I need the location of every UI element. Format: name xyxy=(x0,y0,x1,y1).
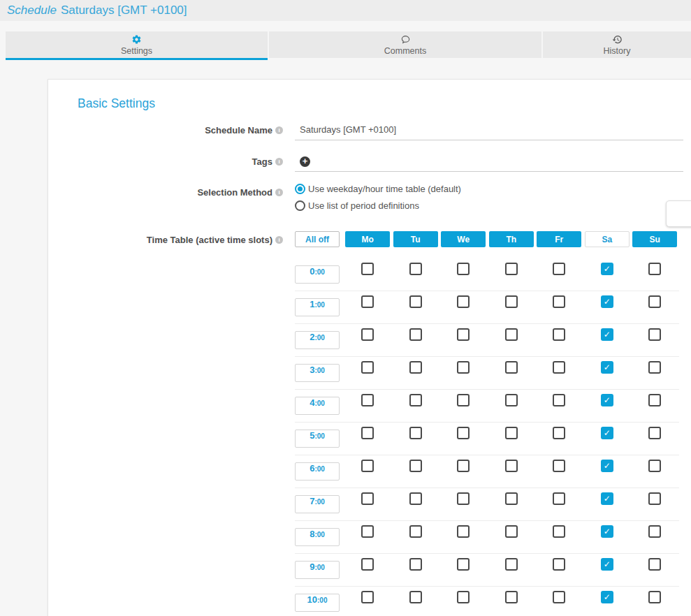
timeslot-checkbox-fr-7:00[interactable] xyxy=(553,492,565,505)
day-button-fr[interactable]: Fr xyxy=(537,231,581,247)
timeslot-checkbox-th-5:00[interactable] xyxy=(505,427,518,439)
info-icon[interactable]: i xyxy=(275,189,283,196)
timeslot-checkbox-fr-4:00[interactable] xyxy=(553,394,565,406)
timeslot-checkbox-we-2:00[interactable] xyxy=(457,328,470,341)
timeslot-checkbox-tu-4:00[interactable] xyxy=(409,394,422,406)
hour-button-2:00[interactable]: 2:00 xyxy=(295,331,340,349)
tab-history[interactable]: History xyxy=(543,31,691,58)
timeslot-checkbox-th-6:00[interactable] xyxy=(505,460,518,472)
timeslot-checkbox-fr-1:00[interactable] xyxy=(553,295,565,308)
hour-button-4:00[interactable]: 4:00 xyxy=(295,397,340,415)
radio-use-period-list[interactable]: Use list of period definitions xyxy=(295,200,691,211)
timeslot-checkbox-we-8:00[interactable] xyxy=(457,525,470,538)
timeslot-checkbox-su-0:00[interactable] xyxy=(648,263,661,275)
timeslot-checkbox-su-1:00[interactable] xyxy=(648,295,661,308)
timeslot-checkbox-su-3:00[interactable] xyxy=(648,361,661,374)
timeslot-checkbox-tu-10:00[interactable] xyxy=(409,591,422,603)
timeslot-checkbox-tu-7:00[interactable] xyxy=(409,492,422,505)
timeslot-checkbox-fr-9:00[interactable] xyxy=(553,558,565,571)
timeslot-checkbox-su-5:00[interactable] xyxy=(648,427,661,439)
tab-comments[interactable]: Comments xyxy=(269,31,541,58)
timeslot-checkbox-sa-4:00[interactable]: ✓ xyxy=(601,394,613,406)
timeslot-checkbox-th-0:00[interactable] xyxy=(505,263,518,275)
timeslot-checkbox-we-4:00[interactable] xyxy=(457,394,470,406)
timeslot-checkbox-th-1:00[interactable] xyxy=(505,295,518,308)
timeslot-checkbox-fr-10:00[interactable] xyxy=(553,591,565,603)
timeslot-checkbox-sa-3:00[interactable]: ✓ xyxy=(601,361,613,374)
timeslot-checkbox-tu-2:00[interactable] xyxy=(409,328,422,341)
timeslot-checkbox-th-7:00[interactable] xyxy=(505,492,518,505)
timeslot-checkbox-tu-1:00[interactable] xyxy=(409,295,422,308)
hour-button-6:00[interactable]: 6:00 xyxy=(295,462,340,481)
timeslot-checkbox-mo-5:00[interactable] xyxy=(361,427,374,439)
timeslot-checkbox-fr-6:00[interactable] xyxy=(553,460,565,472)
timeslot-checkbox-sa-1:00[interactable]: ✓ xyxy=(601,295,613,308)
timeslot-checkbox-mo-4:00[interactable] xyxy=(361,394,374,406)
timeslot-checkbox-fr-2:00[interactable] xyxy=(553,328,565,341)
timeslot-checkbox-mo-9:00[interactable] xyxy=(361,558,374,571)
hour-button-10:00[interactable]: 10:00 xyxy=(295,594,340,612)
timeslot-checkbox-th-10:00[interactable] xyxy=(505,591,518,603)
day-button-mo[interactable]: Mo xyxy=(345,231,390,247)
timeslot-checkbox-mo-8:00[interactable] xyxy=(361,525,374,538)
timeslot-checkbox-tu-3:00[interactable] xyxy=(409,361,422,374)
timeslot-checkbox-mo-1:00[interactable] xyxy=(361,295,374,308)
timeslot-checkbox-mo-7:00[interactable] xyxy=(361,492,374,505)
timeslot-checkbox-we-1:00[interactable] xyxy=(457,295,470,308)
day-button-su[interactable]: Su xyxy=(632,231,677,247)
timeslot-checkbox-su-6:00[interactable] xyxy=(648,460,661,472)
hour-button-7:00[interactable]: 7:00 xyxy=(295,495,340,513)
timeslot-checkbox-tu-9:00[interactable] xyxy=(409,558,422,571)
timeslot-checkbox-sa-8:00[interactable]: ✓ xyxy=(601,525,613,538)
timeslot-checkbox-th-4:00[interactable] xyxy=(505,394,518,406)
tags-input[interactable]: + xyxy=(295,153,683,172)
timeslot-checkbox-th-8:00[interactable] xyxy=(505,525,518,538)
timeslot-checkbox-sa-7:00[interactable]: ✓ xyxy=(601,492,613,505)
timeslot-checkbox-we-5:00[interactable] xyxy=(457,427,470,439)
timeslot-checkbox-mo-3:00[interactable] xyxy=(361,361,374,374)
day-button-tu[interactable]: Tu xyxy=(393,231,438,247)
info-icon[interactable]: i xyxy=(275,158,283,166)
info-icon[interactable]: i xyxy=(275,236,283,244)
timeslot-checkbox-sa-6:00[interactable]: ✓ xyxy=(601,460,613,472)
day-button-th[interactable]: Th xyxy=(489,231,534,247)
hour-button-9:00[interactable]: 9:00 xyxy=(295,561,340,579)
hour-button-0:00[interactable]: 0:00 xyxy=(295,265,340,284)
timeslot-checkbox-th-3:00[interactable] xyxy=(505,361,518,374)
timeslot-checkbox-we-10:00[interactable] xyxy=(457,591,470,603)
timeslot-checkbox-th-9:00[interactable] xyxy=(505,558,518,571)
timeslot-checkbox-fr-0:00[interactable] xyxy=(553,263,565,275)
timeslot-checkbox-we-6:00[interactable] xyxy=(457,460,470,472)
timeslot-checkbox-tu-0:00[interactable] xyxy=(409,263,422,275)
radio-use-timetable[interactable]: Use weekday/hour time table (default) xyxy=(295,184,691,194)
timeslot-checkbox-mo-2:00[interactable] xyxy=(361,328,374,341)
timeslot-checkbox-su-2:00[interactable] xyxy=(648,328,661,341)
timeslot-checkbox-su-4:00[interactable] xyxy=(648,394,661,406)
timeslot-checkbox-mo-0:00[interactable] xyxy=(361,263,374,275)
timeslot-checkbox-su-7:00[interactable] xyxy=(648,492,661,505)
timeslot-checkbox-sa-10:00[interactable]: ✓ xyxy=(601,591,613,603)
timeslot-checkbox-su-9:00[interactable] xyxy=(648,558,661,571)
timeslot-checkbox-we-7:00[interactable] xyxy=(457,492,470,505)
timeslot-checkbox-th-2:00[interactable] xyxy=(505,328,518,341)
hour-button-1:00[interactable]: 1:00 xyxy=(295,298,340,316)
hour-button-5:00[interactable]: 5:00 xyxy=(295,430,340,448)
timeslot-checkbox-we-0:00[interactable] xyxy=(457,263,470,275)
all-off-button[interactable]: All off xyxy=(295,231,340,247)
timeslot-checkbox-tu-8:00[interactable] xyxy=(409,525,422,538)
timeslot-checkbox-sa-5:00[interactable]: ✓ xyxy=(601,427,613,439)
timeslot-checkbox-sa-0:00[interactable]: ✓ xyxy=(601,263,613,275)
timeslot-checkbox-tu-6:00[interactable] xyxy=(409,460,422,472)
info-icon[interactable]: i xyxy=(275,126,283,134)
timeslot-checkbox-su-8:00[interactable] xyxy=(648,525,661,538)
day-button-we[interactable]: We xyxy=(441,231,486,247)
timeslot-checkbox-su-10:00[interactable] xyxy=(648,591,661,603)
hour-button-8:00[interactable]: 8:00 xyxy=(295,528,340,546)
timeslot-checkbox-fr-3:00[interactable] xyxy=(553,361,565,374)
timeslot-checkbox-mo-10:00[interactable] xyxy=(361,591,374,603)
timeslot-checkbox-fr-5:00[interactable] xyxy=(553,427,565,439)
timeslot-checkbox-tu-5:00[interactable] xyxy=(409,427,422,439)
timeslot-checkbox-we-3:00[interactable] xyxy=(457,361,470,374)
day-button-sa[interactable]: Sa xyxy=(585,231,630,247)
schedule-name-input[interactable]: Saturdays [GMT +0100] xyxy=(295,122,683,140)
